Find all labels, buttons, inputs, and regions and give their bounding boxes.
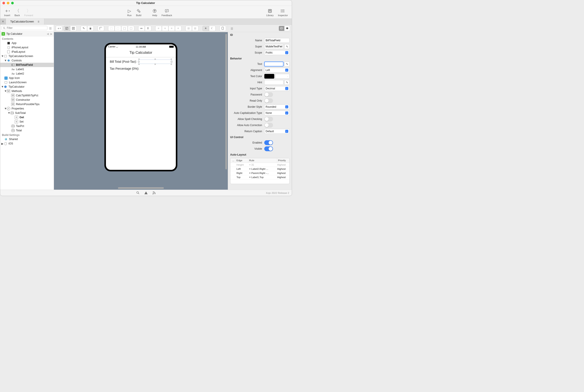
textcolor-picker[interactable]: ⌄ bbox=[275, 74, 290, 79]
node-shared[interactable]: Shared bbox=[0, 137, 54, 141]
node-app[interactable]: App bbox=[0, 41, 54, 45]
border-select[interactable]: Rounded⌄ bbox=[264, 104, 290, 109]
align-top-button[interactable]: ≡ bbox=[175, 26, 181, 31]
filter-input[interactable] bbox=[7, 26, 46, 30]
minimize-button[interactable] bbox=[7, 2, 9, 4]
back-button[interactable]: 〈 Back bbox=[12, 8, 22, 16]
node-ipad-layout[interactable]: iPadLayout bbox=[0, 50, 54, 54]
collapse-sidebar-button[interactable]: ||| bbox=[48, 26, 53, 30]
super-field[interactable] bbox=[264, 44, 283, 49]
autolayout-row[interactable]: Top= Label1.TopHighest bbox=[230, 175, 289, 180]
hint-field[interactable] bbox=[264, 80, 283, 85]
add-control-button[interactable]: ＋▾ bbox=[56, 26, 62, 31]
hint-edit-button[interactable]: ✎ bbox=[284, 80, 290, 85]
autocorrect-switch[interactable] bbox=[264, 123, 273, 128]
order-forward-button[interactable]: ⬚ bbox=[121, 26, 128, 31]
node-iphone-layout[interactable]: iPhoneLayout bbox=[0, 45, 54, 50]
dark-mode-button[interactable]: ☾ bbox=[209, 26, 216, 31]
code-view-button[interactable] bbox=[70, 26, 77, 31]
inputtype-select[interactable]: Decimal⌄ bbox=[264, 86, 290, 91]
canvas-body[interactable]: Carrier ◡ 11:34 AM Tip Calculator Bill T… bbox=[54, 32, 228, 190]
enabled-switch[interactable] bbox=[264, 140, 273, 145]
feedback-button[interactable]: Feedback bbox=[159, 8, 174, 16]
device-button[interactable] bbox=[219, 26, 226, 31]
filter-box[interactable] bbox=[1, 26, 47, 30]
align-center-button[interactable]: ≡ bbox=[162, 26, 168, 31]
name-field[interactable] bbox=[264, 38, 290, 43]
node-set[interactable]: ≡Set bbox=[0, 120, 54, 124]
close-button[interactable] bbox=[2, 2, 5, 4]
node-taxpct[interactable]: .01TaxPct bbox=[0, 124, 54, 128]
node-appicon[interactable]: App Icon bbox=[0, 76, 54, 80]
autolayout-row[interactable]: Right= Parent.Right -...Highest bbox=[230, 171, 289, 175]
lock-button[interactable] bbox=[87, 26, 94, 31]
autolayout-table[interactable]: ... Edge Rule Priority Height= 31Highest… bbox=[230, 158, 290, 184]
align-left-button[interactable]: ≡ bbox=[155, 26, 162, 31]
al-col-menu[interactable]: ... bbox=[230, 158, 236, 162]
forward-button[interactable]: 〉 Forward bbox=[22, 8, 35, 16]
order-back-button[interactable]: ⬚ bbox=[108, 26, 115, 31]
rss-icon[interactable] bbox=[152, 191, 156, 195]
run-button[interactable]: ▷ Run bbox=[125, 8, 134, 16]
project-header[interactable]: ✕ Tip Calculator ◀ ▶ bbox=[0, 32, 54, 36]
autolayout-row[interactable]: Left= Label2.Right ...Highest bbox=[230, 167, 289, 171]
order-backward-button[interactable]: ⬚ bbox=[115, 26, 121, 31]
space-h-button[interactable]: ⊞ bbox=[185, 26, 192, 31]
device-screen[interactable]: Carrier ◡ 11:34 AM Tip Calculator Bill T… bbox=[106, 44, 176, 170]
node-get[interactable]: ≡Get bbox=[0, 115, 54, 120]
spell-switch[interactable] bbox=[264, 117, 273, 122]
layout-view-button[interactable] bbox=[63, 26, 70, 31]
edit-button[interactable]: ✎ bbox=[80, 26, 87, 31]
canvas-scrollbar-horizontal[interactable] bbox=[118, 187, 164, 189]
light-mode-button[interactable]: ☀ bbox=[202, 26, 209, 31]
nav-back-icon[interactable]: ◀ bbox=[47, 32, 49, 36]
navigator-tree[interactable]: Contents App iPhoneLayout iPadLayout ▼Ti… bbox=[0, 36, 54, 190]
node-label1[interactable]: AaLabel1 bbox=[0, 67, 54, 72]
node-billtotalfield[interactable]: BillTotalField bbox=[0, 63, 54, 67]
node-constructor[interactable]: MConstructor bbox=[0, 98, 54, 102]
alignment-select[interactable]: Left⌄ bbox=[264, 68, 290, 72]
node-launchscreen[interactable]: LaunchScreen bbox=[0, 80, 54, 84]
node-subtotal[interactable]: ▼.01SubTotal bbox=[0, 111, 54, 115]
node-ios[interactable]: ▶iOS bbox=[0, 141, 54, 146]
node-controls[interactable]: ▼Controls bbox=[0, 58, 54, 63]
help-button[interactable]: ? Help bbox=[150, 8, 159, 16]
add-tab-button[interactable]: ✕ bbox=[0, 18, 6, 24]
node-screen[interactable]: ▼TipCalculatorScreen bbox=[0, 54, 54, 58]
guides-button[interactable] bbox=[98, 26, 104, 31]
node-properties[interactable]: ▼✓Properties bbox=[0, 106, 54, 111]
node-tipcalculator[interactable]: ▼TipCalculator bbox=[0, 84, 54, 89]
text-field[interactable] bbox=[264, 62, 283, 66]
autolayout-row[interactable]: Height= 31Highest bbox=[230, 163, 289, 167]
node-methods[interactable]: ▼MMethods bbox=[0, 89, 54, 93]
zoom-button[interactable] bbox=[11, 2, 14, 4]
text-edit-button[interactable]: ✎ bbox=[284, 62, 290, 66]
collapse-inspector-button[interactable]: ||| bbox=[230, 27, 234, 30]
super-edit-button[interactable]: ✎ bbox=[284, 44, 290, 49]
build-button[interactable]: Build bbox=[134, 8, 143, 16]
inspector-id-tab[interactable]: ID bbox=[279, 26, 284, 31]
bill-total-field-selected[interactable] bbox=[138, 60, 172, 64]
insert-button[interactable]: ＋▾ Insert bbox=[2, 8, 12, 16]
node-total[interactable]: .01Total bbox=[0, 128, 54, 133]
search-icon[interactable] bbox=[136, 191, 140, 195]
returncap-select[interactable]: Default⌄ bbox=[264, 129, 290, 134]
autocap-select[interactable]: None⌄ bbox=[264, 110, 290, 115]
library-button[interactable]: Library bbox=[264, 8, 276, 16]
fill-height-button[interactable]: ⇕ bbox=[145, 26, 151, 31]
space-v-button[interactable]: ⊞ bbox=[192, 26, 198, 31]
password-switch[interactable] bbox=[264, 92, 273, 97]
node-returntips[interactable]: MReturnPossibleTips bbox=[0, 102, 54, 106]
textcolor-swatch[interactable] bbox=[264, 74, 274, 79]
nav-forward-icon[interactable]: ▶ bbox=[50, 32, 52, 36]
tab-screen[interactable]: TipCalculatorScreen bbox=[6, 18, 44, 24]
inspector-advanced-tab[interactable] bbox=[284, 26, 290, 31]
fill-width-button[interactable]: ⇔ bbox=[138, 26, 145, 31]
node-label2[interactable]: AaLabel2 bbox=[0, 72, 54, 76]
order-front-button[interactable]: ⬚ bbox=[128, 26, 134, 31]
scope-select[interactable]: Public⌄ bbox=[264, 50, 290, 55]
canvas-scrollbar-vertical[interactable] bbox=[225, 34, 227, 169]
visible-switch[interactable] bbox=[264, 146, 273, 151]
warning-icon[interactable] bbox=[144, 191, 148, 195]
align-right-button[interactable]: ≡ bbox=[168, 26, 175, 31]
